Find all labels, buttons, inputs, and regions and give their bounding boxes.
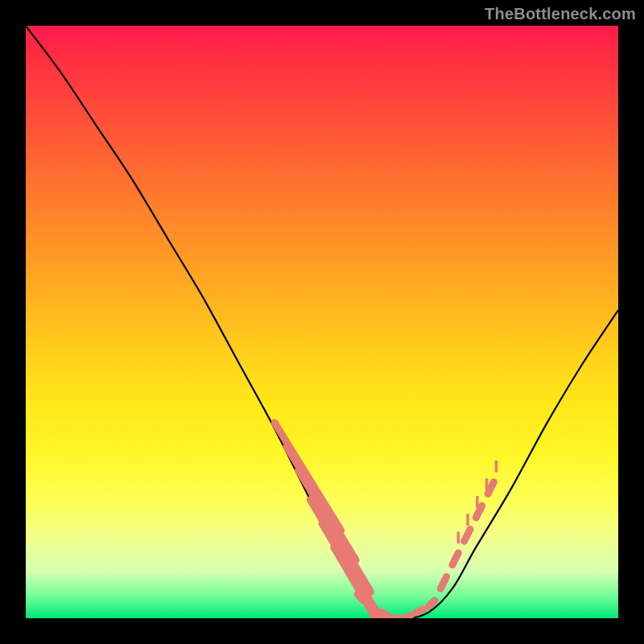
svg-line-6 <box>357 595 363 601</box>
svg-line-8 <box>382 613 387 616</box>
svg-line-15 <box>464 530 470 542</box>
svg-line-13 <box>440 576 446 588</box>
svg-line-11 <box>417 609 423 613</box>
svg-line-10 <box>405 615 411 618</box>
curve-svg <box>26 26 618 618</box>
svg-line-14 <box>452 553 458 565</box>
chart-frame: TheBottleneck.com <box>0 0 644 644</box>
svg-line-2 <box>299 470 371 592</box>
plot-area <box>26 26 618 618</box>
watermark-text: TheBottleneck.com <box>485 5 636 23</box>
optimal-range-dashes <box>275 423 496 618</box>
svg-line-12 <box>428 601 434 606</box>
svg-line-17 <box>488 482 493 494</box>
svg-line-3 <box>310 500 386 618</box>
svg-line-7 <box>369 606 375 609</box>
